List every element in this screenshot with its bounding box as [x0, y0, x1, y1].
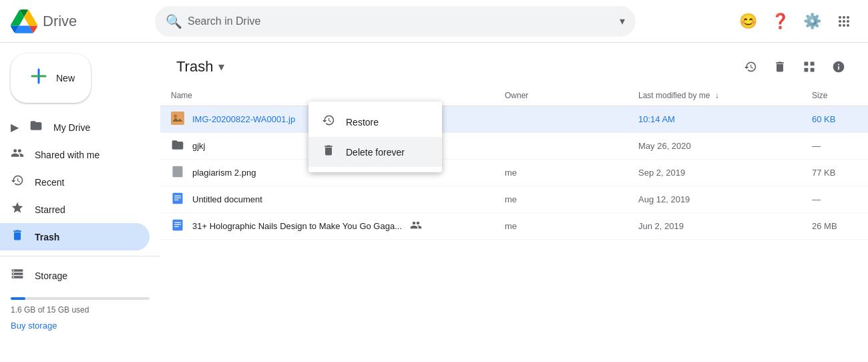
title-dropdown-icon[interactable]: ▾ — [218, 59, 224, 74]
star-icon — [11, 201, 24, 218]
svg-point-0 — [839, 16, 841, 19]
header-icons: 😊 ❓ ⚙️ — [734, 8, 857, 35]
content-title-area: Trash ▾ — [176, 58, 224, 75]
buy-storage-link[interactable]: Buy storage — [11, 321, 57, 331]
svg-point-3 — [839, 20, 841, 23]
svg-rect-19 — [174, 200, 179, 200]
sidebar-item-storage[interactable]: Storage — [0, 262, 150, 289]
file-table-wrapper: Name Owner Last modified by me ↓ Size — [160, 85, 868, 362]
storage-bar-bg — [11, 297, 150, 300]
storage-icon — [11, 267, 24, 284]
table-row[interactable]: IMG-20200822-WA0001.jp 10:14 AM 60 KB — [160, 106, 868, 133]
file-owner-cell: me — [494, 186, 628, 213]
col-header-modified[interactable]: Last modified by me ↓ — [628, 85, 801, 106]
drive-folder-icon — [29, 119, 43, 136]
content-toolbar — [737, 53, 852, 80]
table-row[interactable]: plagiarism 2.png me Sep 2, 2019 77 KB — [160, 160, 868, 186]
file-modified-cell: Jun 2, 2019 — [628, 213, 801, 240]
restore-icon — [322, 114, 335, 130]
file-name-text: IMG-20200822-WA0001.jp — [192, 114, 295, 124]
svg-point-1 — [843, 16, 845, 19]
file-modified-cell: May 26, 2020 — [628, 133, 801, 160]
svg-point-7 — [843, 24, 845, 27]
search-input[interactable] — [188, 15, 614, 27]
sidebar-item-label: Starred — [35, 204, 65, 215]
sidebar-item-shared[interactable]: Shared with me — [0, 141, 150, 168]
table-row[interactable]: gjkj May 26, 2020 — — [160, 133, 868, 160]
table-row[interactable]: 31+ Holographic Nails Design to Make You… — [160, 213, 868, 240]
delete-forever-icon — [322, 144, 335, 160]
file-owner-cell: me — [494, 160, 628, 186]
context-menu-delete-forever[interactable]: Delete forever — [308, 137, 442, 167]
svg-rect-22 — [174, 224, 181, 225]
sidebar-item-label: Trash — [35, 232, 59, 242]
sidebar: New ▶ My Drive Shared with me — [0, 43, 160, 362]
storage-label: Storage — [35, 270, 67, 281]
file-size-cell: — — [801, 133, 868, 160]
context-menu: Restore Delete forever — [308, 102, 442, 172]
sidebar-item-label: My Drive — [53, 122, 90, 133]
settings-icon: ⚙️ — [803, 13, 821, 30]
file-size-cell: 26 MB — [801, 213, 868, 240]
context-menu-restore[interactable]: Restore — [308, 107, 442, 137]
app-title: Drive — [43, 13, 77, 30]
file-name-text: plagiarism 2.png — [192, 168, 256, 178]
file-name-cell-4: 31+ Holographic Nails Design to Make You… — [160, 213, 494, 240]
search-bar: 🔍 ▾ — [155, 6, 636, 37]
grid-layout-button[interactable] — [796, 53, 823, 80]
file-owner-cell — [494, 133, 628, 160]
sidebar-nav: ▶ My Drive Shared with me Rec — [0, 114, 160, 250]
restore-label: Restore — [346, 117, 379, 128]
search-icon: 🔍 — [166, 13, 182, 29]
storage-used-label: 1.6 GB of 15 GB used — [11, 305, 150, 315]
search-dropdown-icon[interactable]: ▾ — [620, 15, 625, 27]
new-button[interactable]: New — [11, 53, 91, 103]
account-icon: 😊 — [739, 13, 757, 30]
help-icon-btn[interactable]: ❓ — [767, 8, 793, 35]
account-icon-btn[interactable]: 😊 — [734, 8, 761, 35]
shared-icon — [11, 146, 24, 163]
file-size-cell: 77 KB — [801, 160, 868, 186]
svg-rect-12 — [171, 112, 184, 125]
file-size-cell: 60 KB — [801, 106, 868, 133]
help-icon: ❓ — [771, 13, 789, 30]
sidebar-item-label: Shared with me — [35, 150, 99, 160]
restore-all-button[interactable] — [737, 53, 764, 80]
file-type-icon — [171, 138, 184, 154]
svg-point-6 — [839, 24, 841, 27]
file-size-cell: — — [801, 186, 868, 213]
svg-rect-23 — [174, 226, 179, 227]
file-name-text: gjkj — [192, 141, 206, 151]
col-header-size[interactable]: Size — [801, 85, 868, 106]
settings-icon-btn[interactable]: ⚙️ — [799, 8, 825, 35]
apps-icon-btn[interactable] — [831, 8, 857, 35]
empty-trash-button[interactable] — [767, 53, 793, 80]
svg-point-5 — [847, 20, 849, 23]
svg-point-8 — [847, 24, 849, 27]
plus-icon — [27, 64, 51, 92]
col-header-owner[interactable]: Owner — [494, 85, 628, 106]
logo-area: Drive — [11, 8, 144, 35]
shared-users-icon — [410, 219, 422, 234]
svg-point-2 — [847, 16, 849, 19]
content-header: Trash ▾ — [160, 43, 868, 85]
storage-section: 1.6 GB of 15 GB used Buy storage — [0, 289, 160, 339]
sidebar-item-trash[interactable]: Trash — [0, 223, 150, 250]
file-modified-cell: 10:14 AM — [628, 106, 801, 133]
sidebar-item-starred[interactable]: Starred — [0, 196, 150, 223]
storage-bar-fill — [11, 297, 25, 300]
trash-icon — [11, 228, 24, 245]
sidebar-item-recent[interactable]: Recent — [0, 168, 150, 196]
info-button[interactable] — [825, 53, 852, 80]
file-modified-cell: Sep 2, 2019 — [628, 160, 801, 186]
new-button-label: New — [56, 73, 75, 83]
svg-rect-15 — [173, 166, 183, 178]
content-area: Trash ▾ — [160, 43, 868, 362]
svg-rect-17 — [174, 196, 181, 196]
table-row[interactable]: Untitled document me Aug 12, 2019 — — [160, 186, 868, 213]
svg-point-4 — [843, 20, 845, 23]
file-type-icon — [171, 218, 184, 234]
svg-rect-21 — [174, 222, 181, 223]
expand-arrow-icon: ▶ — [11, 121, 19, 134]
sidebar-item-my-drive[interactable]: ▶ My Drive — [0, 114, 150, 141]
